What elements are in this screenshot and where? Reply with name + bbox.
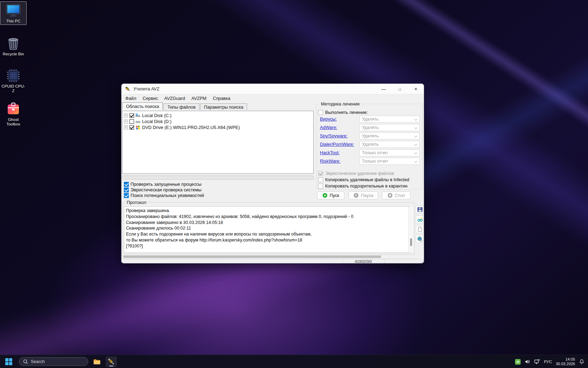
- option-check-processes[interactable]: Проверять запущенные процессы: [124, 182, 201, 187]
- heuristic-delete-row[interactable]: Эвристическое удаление файлов: [318, 171, 394, 176]
- resize-grip-icon[interactable]: [420, 260, 424, 264]
- spyware-link[interactable]: Spy/Spyware:: [320, 133, 348, 138]
- menu-bar: Файл Сервис AVZGuard AVZPM Справка: [122, 95, 233, 102]
- statusbar-divider: [384, 260, 385, 264]
- scrollbar-thumb[interactable]: [123, 255, 381, 258]
- expand-icon[interactable]: +: [124, 125, 128, 129]
- tree-row-label: Local Disk (D:): [142, 119, 172, 124]
- desktop-icon-recycle-bin[interactable]: Recycle Bin: [0, 34, 27, 58]
- tree-row-disk-c[interactable]: + Local Disk (C:): [122, 113, 172, 118]
- taskbar-file-explorer[interactable]: [91, 356, 103, 367]
- expand-icon[interactable]: +: [124, 120, 128, 123]
- riskware-link[interactable]: RiskWare:: [320, 158, 341, 164]
- menu-avzpm[interactable]: AVZPM: [188, 95, 210, 102]
- log-line: Просканировано файлов: 41902, извлечено …: [126, 214, 409, 220]
- desktop-icon-label: CPUID CPU-Z: [1, 84, 26, 93]
- log-wizard-button[interactable]: [416, 215, 424, 223]
- dialer-link[interactable]: Dialer/PornWare:: [320, 142, 354, 147]
- menu-help[interactable]: Справка: [210, 95, 233, 102]
- close-button[interactable]: ×: [408, 84, 424, 94]
- chevron-down-icon: [414, 118, 417, 121]
- window-title: Утилита AVZ: [133, 87, 159, 91]
- folder-icon: [93, 357, 101, 366]
- tab-search-area[interactable]: Область поиска: [122, 102, 163, 110]
- checkbox-dvd-e[interactable]: [130, 125, 134, 130]
- dialer-action-select[interactable]: Удалять: [359, 141, 420, 148]
- log-line: Проверка завершена.: [126, 208, 409, 214]
- clock-time: 14:05: [556, 357, 575, 362]
- status-bar: 41902/0/0: [121, 259, 424, 264]
- desktop-icon-this-pc[interactable]: This PC: [0, 1, 27, 25]
- log-vertical-scrollbar[interactable]: [408, 207, 413, 252]
- stop-button[interactable]: Стоп: [382, 191, 411, 199]
- riskware-action-select[interactable]: Только отчет: [359, 158, 420, 165]
- scan-counter: 41902/0/0: [342, 259, 384, 264]
- expand-icon[interactable]: +: [124, 114, 128, 117]
- copy-deleted-row[interactable]: Копировать удаляемые файлы в Infected: [318, 177, 409, 182]
- viruses-action-select[interactable]: Удалять: [359, 116, 420, 123]
- treatment-row-spyware: Spy/Spyware: Удалять: [317, 132, 422, 139]
- checkbox-copy-deleted[interactable]: [318, 177, 323, 182]
- start-button[interactable]: [4, 356, 14, 367]
- checkbox-heuristic-check[interactable]: [124, 188, 129, 192]
- log-line: Сканирование завершено в 30.03.2026 14:0…: [126, 220, 409, 226]
- checkbox-disk-d[interactable]: [130, 119, 134, 124]
- hacktool-link[interactable]: HackTool:: [320, 150, 340, 155]
- chevron-down-icon: [414, 160, 417, 163]
- clock-date: 30.03.2026: [556, 362, 575, 366]
- checkbox-perform-treatment[interactable]: [318, 110, 323, 115]
- this-pc-icon: [1, 3, 26, 18]
- adware-action-select[interactable]: Удалять: [359, 124, 420, 131]
- combo-value: Удалять: [362, 117, 379, 122]
- checkbox-disk-c[interactable]: [130, 113, 134, 118]
- desktop-icon-ghost-toolbox[interactable]: Ghost Toolbox: [0, 100, 27, 128]
- nvidia-tray-icon[interactable]: [515, 359, 521, 365]
- option-vulnerability-search[interactable]: Поиск потенциальных уязвимостей: [124, 193, 204, 198]
- viruses-link[interactable]: Вирусы:: [320, 116, 337, 122]
- menu-avzguard[interactable]: AVZGuard: [161, 95, 188, 102]
- tab-search-params[interactable]: Параметры поиска: [200, 103, 247, 110]
- spyware-action-select[interactable]: Удалять: [359, 132, 420, 139]
- desktop-icon-cpu-z[interactable]: CPUID CPU-Z: [0, 67, 27, 95]
- hacktool-action-select[interactable]: Только отчет: [359, 149, 420, 156]
- treatment-row-adware: AdWare: Удалять: [317, 124, 422, 131]
- new-document-button[interactable]: [416, 225, 424, 233]
- start-button[interactable]: Пуск: [317, 191, 344, 199]
- network-icon[interactable]: [534, 359, 540, 364]
- notifications-bell-icon[interactable]: [579, 359, 584, 365]
- menu-file[interactable]: Файл: [122, 95, 139, 102]
- maximize-button[interactable]: □: [392, 84, 408, 94]
- checkbox-check-processes[interactable]: [124, 182, 129, 187]
- combo-value: Удалять: [362, 142, 379, 147]
- tree-row-disk-d[interactable]: + Local Disk (D:): [122, 118, 172, 124]
- taskbar-search[interactable]: Search: [19, 357, 88, 366]
- desktop-icon-label: Recycle Bin: [1, 52, 26, 56]
- save-log-button[interactable]: [416, 205, 424, 213]
- taskbar-clock[interactable]: 14:05 30.03.2026: [556, 357, 575, 366]
- minimize-button[interactable]: —: [376, 84, 392, 94]
- perform-treatment-row[interactable]: Выполнять лечение:: [318, 110, 368, 115]
- system-disk-icon: [135, 113, 141, 118]
- scrollbar-thumb[interactable]: [410, 238, 412, 246]
- adware-link[interactable]: AdWare:: [320, 125, 337, 130]
- volume-icon[interactable]: [525, 359, 530, 364]
- protocol-group-title: Протокол: [125, 200, 148, 205]
- checkbox-heuristic-delete[interactable]: [318, 171, 323, 176]
- windows-dvd-icon: [135, 125, 141, 130]
- log-horizontal-scrollbar[interactable]: [122, 255, 415, 259]
- drive-tree[interactable]: + Local Disk (C:) + Local Disk: [122, 111, 314, 174]
- checkbox-vulnerability-search[interactable]: [124, 193, 129, 198]
- tab-file-types[interactable]: Типы файлов: [163, 103, 199, 110]
- pause-button[interactable]: Пауза: [349, 191, 378, 199]
- avz-app-icon: [107, 358, 115, 366]
- language-indicator[interactable]: РУС: [544, 360, 552, 364]
- web-link-button[interactable]: [416, 235, 424, 243]
- tree-row-dvd-e[interactable]: + DVD Drive (E:) WIN11.PRO.25H2.U5.X64.(…: [122, 124, 240, 130]
- menu-service[interactable]: Сервис: [139, 95, 161, 102]
- checkbox-copy-suspicious[interactable]: [318, 184, 323, 189]
- taskbar-avz[interactable]: [106, 356, 117, 367]
- option-heuristic-check[interactable]: Эвристическая проверка системы: [124, 187, 202, 192]
- scan-log[interactable]: Проверка завершена. Просканировано файло…: [124, 206, 409, 253]
- copy-suspicious-row[interactable]: Копировать подозрительные в карантин: [318, 183, 407, 189]
- log-line: Сканирование длилось 00:02:11: [126, 225, 409, 231]
